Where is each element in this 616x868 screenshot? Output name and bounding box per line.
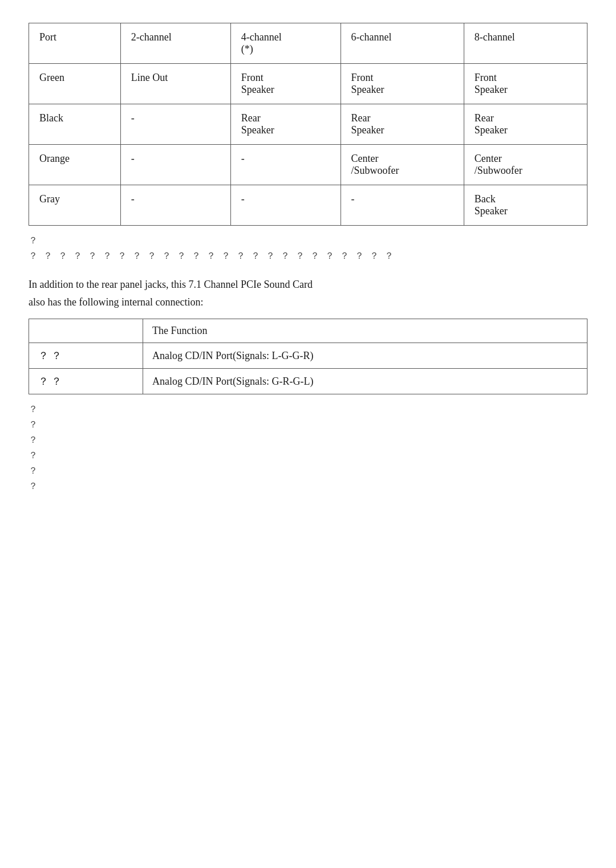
cell-orange-port: Orange xyxy=(29,145,121,185)
col-6channel-label: 6-channel xyxy=(351,31,392,43)
inner-table-row-1: ？ ？ Analog CD/IN Port(Signals: L-G-G-R) xyxy=(29,343,587,369)
cell-black-8ch-line2: Speaker xyxy=(475,124,577,136)
cell-black-6ch-line2: Speaker xyxy=(351,124,453,136)
col-4channel-label: 4-channel xyxy=(241,31,330,43)
cell-gray-8ch: Back Speaker xyxy=(464,185,587,226)
cell-orange-6ch: Center /Subwoofer xyxy=(341,145,464,185)
cell-gray-8ch-line1: Back xyxy=(475,193,577,205)
bottom-symbol-list: ？ ？ ？ ？ ？ ？ xyxy=(29,404,587,492)
col-2channel-label: 2-channel xyxy=(131,31,172,43)
description-block: In addition to the rear panel jacks, thi… xyxy=(29,276,587,311)
table-row-black: Black - Rear Speaker Rear Speaker Rear S… xyxy=(29,104,587,145)
header-2channel: 2-channel xyxy=(120,23,230,64)
bottom-symbol-1: ？ xyxy=(29,404,587,415)
cell-orange-6ch-line1: Center xyxy=(351,153,453,165)
cell-gray-6ch: - xyxy=(341,185,464,226)
cell-black-port: Black xyxy=(29,104,121,145)
cell-green-8ch: Front Speaker xyxy=(464,64,587,104)
cell-green-6ch-line1: Front xyxy=(351,72,453,84)
cell-green-6ch: Front Speaker xyxy=(341,64,464,104)
cell-black-4ch: Rear Speaker xyxy=(230,104,341,145)
cell-gray-4ch: - xyxy=(230,185,341,226)
cell-green-port: Green xyxy=(29,64,121,104)
col-4channel-note: (*) xyxy=(241,43,330,55)
inner-row2-symbols: ？ ？ xyxy=(29,369,143,394)
description-line1: In addition to the rear panel jacks, thi… xyxy=(29,279,313,290)
inner-row2-function: Analog CD/IN Port(Signals: G-R-G-L) xyxy=(143,369,587,394)
cell-green-8ch-line1: Front xyxy=(475,72,577,84)
cell-orange-2ch: - xyxy=(120,145,230,185)
cell-green-6ch-line2: Speaker xyxy=(351,84,453,96)
cell-green-2ch: Line Out xyxy=(120,64,230,104)
col-8channel-label: 8-channel xyxy=(475,31,515,43)
cell-black-8ch-line1: Rear xyxy=(475,112,577,124)
inner-header-col2: The Function xyxy=(143,319,587,343)
inner-table-header-row: The Function xyxy=(29,319,587,343)
header-8channel: 8-channel xyxy=(464,23,587,64)
inner-row1-function: Analog CD/IN Port(Signals: L-G-G-R) xyxy=(143,343,587,369)
cell-green-2ch-line1: Line Out xyxy=(131,72,220,84)
cell-black-4ch-line2: Speaker xyxy=(241,124,330,136)
inner-header-col1 xyxy=(29,319,143,343)
cell-orange-6ch-line2: /Subwoofer xyxy=(351,165,453,177)
table-row-orange: Orange - - Center /Subwoofer Center /Sub… xyxy=(29,145,587,185)
cell-green-4ch: Front Speaker xyxy=(230,64,341,104)
cell-green-8ch-line2: Speaker xyxy=(475,84,577,96)
cell-black-4ch-line1: Rear xyxy=(241,112,330,124)
symbol-multi-row: ？ ？ ？ ？ ？ ？ ？ ？ ？ ？ ？ ？ ？ ？ ？ ？ ？ ？ ？ ？ … xyxy=(29,250,587,262)
cell-black-2ch: - xyxy=(120,104,230,145)
inner-table-row-2: ？ ？ Analog CD/IN Port(Signals: G-R-G-L) xyxy=(29,369,587,394)
bottom-symbol-2: ？ xyxy=(29,419,587,431)
cell-gray-port: Gray xyxy=(29,185,121,226)
cell-black-6ch: Rear Speaker xyxy=(341,104,464,145)
inner-row1-symbols: ？ ？ xyxy=(29,343,143,369)
header-6channel: 6-channel xyxy=(341,23,464,64)
bottom-symbol-5: ？ xyxy=(29,465,587,477)
internal-connection-table: The Function ？ ？ Analog CD/IN Port(Signa… xyxy=(29,319,587,394)
col-port-label: Port xyxy=(39,31,56,43)
bottom-symbol-4: ？ xyxy=(29,450,587,462)
description-line2: also has the following internal connecti… xyxy=(29,296,203,308)
bottom-symbol-6: ？ xyxy=(29,480,587,492)
header-port: Port xyxy=(29,23,121,64)
cell-orange-4ch: - xyxy=(230,145,341,185)
cell-orange-8ch-line2: /Subwoofer xyxy=(475,165,577,177)
cell-green-4ch-line1: Front xyxy=(241,72,330,84)
cell-black-8ch: Rear Speaker xyxy=(464,104,587,145)
cell-black-6ch-line1: Rear xyxy=(351,112,453,124)
cell-gray-8ch-line2: Speaker xyxy=(475,205,577,217)
cell-gray-2ch: - xyxy=(120,185,230,226)
header-4channel: 4-channel (*) xyxy=(230,23,341,64)
table-row-green: Green Line Out Front Speaker Front Speak… xyxy=(29,64,587,104)
audio-port-table: Port 2-channel 4-channel (*) 6-channel 8… xyxy=(29,23,587,226)
table-row-gray: Gray - - - Back Speaker xyxy=(29,185,587,226)
cell-orange-8ch: Center /Subwoofer xyxy=(464,145,587,185)
bottom-symbol-3: ？ xyxy=(29,434,587,446)
cell-green-4ch-line2: Speaker xyxy=(241,84,330,96)
cell-orange-8ch-line1: Center xyxy=(475,153,577,165)
symbol-single-row: ？ xyxy=(29,235,587,247)
